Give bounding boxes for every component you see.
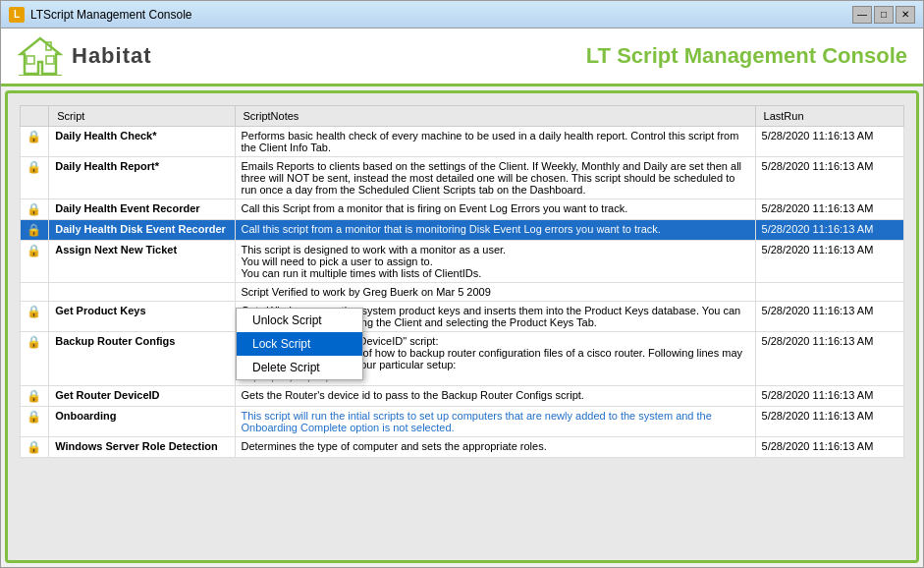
table-row[interactable]: 🔒 Get Router DeviceID Gets the Router's … [21, 386, 904, 407]
table-row[interactable]: 🔒 Onboarding This script will run the in… [21, 407, 904, 437]
script-notes: Performs basic health check of every mac… [235, 127, 755, 157]
script-lastrun: 5/28/2020 11:16:13 AM [755, 199, 903, 220]
lock-icon: 🔒 [27, 410, 40, 424]
script-notes: Script Verified to work by Greg Buerk on… [235, 283, 755, 302]
title-bar: L LTScript Management Console — □ ✕ [1, 1, 923, 28]
context-menu-lock-script[interactable]: Lock Script [237, 332, 362, 356]
habitat-logo [17, 36, 64, 76]
col-header-lastrun: LastRun [755, 106, 903, 127]
script-lastrun: 5/28/2020 11:16:13 AM [755, 241, 903, 283]
logo-text: Habitat [72, 43, 152, 69]
table-row[interactable]: 🔒 Assign Next New Ticket This script is … [21, 241, 904, 283]
table-row[interactable]: Script Verified to work by Greg Buerk on… [21, 283, 904, 302]
lock-cell: 🔒 [21, 220, 49, 241]
script-name: Daily Health Report* [49, 157, 235, 199]
lock-icon: 🔒 [27, 389, 40, 403]
lock-icon: 🔒 [27, 305, 40, 318]
script-name: Daily Health Check* [49, 127, 235, 157]
script-lastrun: 5/28/2020 11:16:13 AM [755, 127, 903, 157]
script-lastrun: 5/28/2020 11:16:13 AM [755, 332, 903, 386]
script-name: Windows Server Role Detection [49, 437, 235, 458]
lock-icon: 🔒 [27, 244, 40, 257]
script-name [49, 283, 235, 302]
context-menu-delete-script[interactable]: Delete Script [237, 356, 362, 379]
script-lastrun: 5/28/2020 11:16:13 AM [755, 302, 903, 332]
table-row[interactable]: 🔒 Daily Health Check* Performs basic hea… [21, 127, 904, 157]
table-row[interactable]: 🔒 Daily Health Report* Emails Reports to… [21, 157, 904, 199]
table-row[interactable]: 🔒 Backup Router Configs Called from "Get… [21, 332, 904, 386]
script-name: Backup Router Configs [49, 332, 235, 386]
main-content: Script ScriptNotes LastRun 🔒 Daily Healt… [5, 90, 919, 563]
lock-icon: 🔒 [27, 335, 40, 349]
lock-icon: 🔒 [27, 160, 40, 174]
table-row[interactable]: 🔒 Daily Health Event Recorder Call this … [21, 199, 904, 220]
table-row[interactable]: 🔒 Get Product Keys Gets Windows operatin… [21, 302, 904, 332]
lock-icon: 🔒 [27, 223, 40, 237]
script-notes: Call this script from a monitor that is … [235, 220, 755, 241]
lock-cell: 🔒 [21, 127, 49, 157]
script-notes: Call this Script from a monitor that is … [235, 199, 755, 220]
lock-cell [21, 283, 49, 302]
script-name: Assign Next New Ticket [49, 241, 235, 283]
lock-cell: 🔒 [21, 199, 49, 220]
lock-icon: 🔒 [27, 202, 40, 216]
script-name: Get Router DeviceID [49, 386, 235, 407]
maximize-button[interactable]: □ [874, 6, 894, 24]
app-title: LT Script Management Console [586, 43, 907, 69]
svg-rect-2 [46, 56, 54, 64]
table-wrapper[interactable]: Script ScriptNotes LastRun 🔒 Daily Healt… [20, 105, 904, 458]
window-title: LTScript Management Console [30, 8, 852, 22]
script-lastrun [755, 283, 903, 302]
table-row[interactable]: 🔒 Windows Server Role Detection Determin… [21, 437, 904, 458]
col-header-script: Script [49, 106, 235, 127]
script-notes: Emails Reports to clients based on the s… [235, 157, 755, 199]
script-lastrun: 5/28/2020 11:16:13 AM [755, 157, 903, 199]
lock-cell: 🔒 [21, 437, 49, 458]
script-table: Script ScriptNotes LastRun 🔒 Daily Healt… [20, 105, 904, 458]
lock-icon: 🔒 [27, 440, 40, 454]
script-lastrun: 5/28/2020 11:16:13 AM [755, 386, 903, 407]
script-name: Daily Health Event Recorder [49, 199, 235, 220]
script-notes: Determines the type of computer and sets… [235, 437, 755, 458]
minimize-button[interactable]: — [852, 6, 872, 24]
lock-cell: 🔒 [21, 302, 49, 332]
script-name: Onboarding [49, 407, 235, 437]
script-name: Get Product Keys [49, 302, 235, 332]
lock-cell: 🔒 [21, 407, 49, 437]
col-header-icon [21, 106, 49, 127]
script-notes: Gets the Router's device id to pass to t… [235, 386, 755, 407]
table-row-selected[interactable]: 🔒 Daily Health Disk Event Recorder Call … [21, 220, 904, 241]
lock-cell: 🔒 [21, 241, 49, 283]
lock-cell: 🔒 [21, 157, 49, 199]
script-lastrun: 5/28/2020 11:16:13 AM [755, 220, 903, 241]
app-icon: L [9, 7, 25, 23]
lock-cell: 🔒 [21, 386, 49, 407]
window-frame: L LTScript Management Console — □ ✕ Habi… [0, 0, 924, 568]
close-button[interactable]: ✕ [896, 6, 915, 24]
context-menu-unlock-script[interactable]: Unlock Script [237, 309, 362, 332]
app-header: Habitat LT Script Management Console [1, 28, 923, 86]
col-header-notes: ScriptNotes [235, 106, 755, 127]
script-notes: This script will run the intial scripts … [235, 407, 755, 437]
script-lastrun: 5/28/2020 11:16:13 AM [755, 407, 903, 437]
script-lastrun: 5/28/2020 11:16:13 AM [755, 437, 903, 458]
script-name: Daily Health Disk Event Recorder [49, 220, 235, 241]
context-menu: Unlock Script Lock Script Delete Script [236, 308, 363, 380]
lock-cell: 🔒 [21, 332, 49, 386]
script-notes: This script is designed to work with a m… [235, 241, 755, 283]
svg-rect-1 [27, 56, 34, 64]
lock-icon: 🔒 [27, 130, 40, 143]
window-controls: — □ ✕ [852, 6, 915, 24]
logo-area: Habitat [17, 36, 152, 76]
